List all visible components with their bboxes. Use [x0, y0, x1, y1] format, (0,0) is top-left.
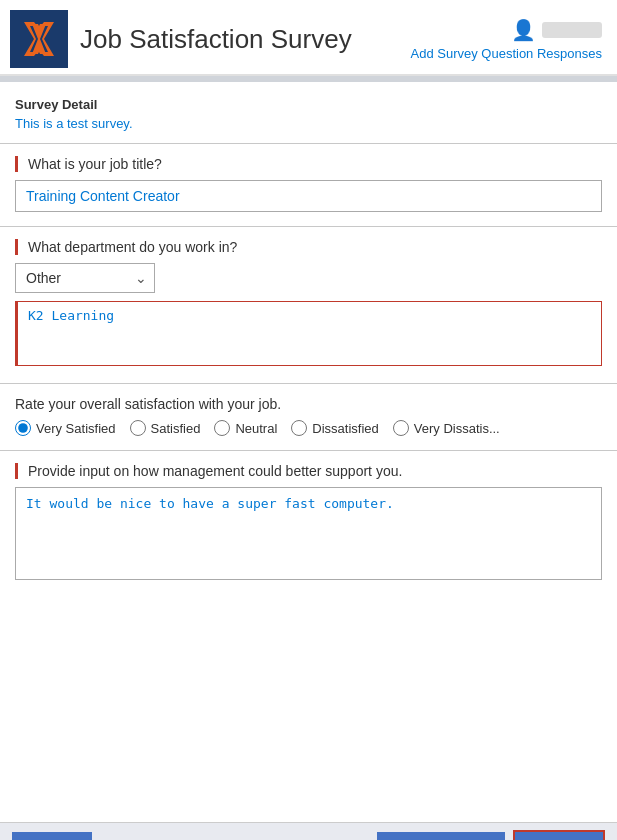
question-label-2: What department do you work in?: [15, 239, 602, 255]
management-textarea[interactable]: It would be nice to have a super fast co…: [15, 487, 602, 580]
radio-very-dissatisfied-input[interactable]: [393, 420, 409, 436]
radio-satisfied[interactable]: Satisfied: [130, 420, 201, 436]
radio-very-satisfied-label: Very Satisfied: [36, 421, 116, 436]
radio-very-satisfied-input[interactable]: [15, 420, 31, 436]
close-button[interactable]: Close: [12, 832, 92, 841]
user-area: 👤: [511, 18, 602, 42]
section-divider-4: [0, 450, 617, 451]
radio-dissatisfied[interactable]: Dissatisfied: [291, 420, 378, 436]
submit-button[interactable]: Submit: [513, 830, 605, 841]
department-select-wrapper: Other HR IT Finance Marketing ⌄: [15, 263, 155, 293]
department-select[interactable]: Other HR IT Finance Marketing: [15, 263, 155, 293]
department-textarea[interactable]: K2 Learning: [15, 301, 602, 366]
user-icon: 👤: [511, 18, 536, 42]
question-block-4: Provide input on how management could be…: [15, 463, 602, 583]
content-wrapper: Survey Detail This is a test survey. Wha…: [0, 82, 617, 840]
question-block-3: Rate your overall satisfaction with your…: [15, 396, 602, 436]
radio-very-dissatisfied-label: Very Dissatis...: [414, 421, 500, 436]
radio-neutral[interactable]: Neutral: [214, 420, 277, 436]
add-survey-link[interactable]: Add Survey Question Responses: [411, 46, 603, 61]
radio-dissatisfied-label: Dissatisfied: [312, 421, 378, 436]
question-label-3: Rate your overall satisfaction with your…: [15, 396, 602, 412]
save-draft-button[interactable]: Save as Draft: [377, 832, 506, 841]
question-block-1: What is your job title?: [15, 156, 602, 212]
radio-very-satisfied[interactable]: Very Satisfied: [15, 420, 116, 436]
header-left: Job Satisfaction Survey: [10, 10, 352, 68]
job-title-input[interactable]: [15, 180, 602, 212]
bottom-right-actions: Save as Draft Submit: [377, 830, 605, 841]
survey-detail-label: Survey Detail: [15, 97, 602, 112]
question-block-2: What department do you work in? Other HR…: [15, 239, 602, 369]
content-area: Survey Detail This is a test survey. Wha…: [0, 82, 617, 607]
section-divider-1: [0, 143, 617, 144]
radio-very-dissatisfied[interactable]: Very Dissatis...: [393, 420, 500, 436]
app-logo: [10, 10, 68, 68]
radio-neutral-input[interactable]: [214, 420, 230, 436]
survey-detail-text: This is a test survey.: [15, 116, 602, 131]
bottom-bar: Close Page: 1 of 1. Save as Draft Submit: [0, 822, 617, 840]
radio-dissatisfied-input[interactable]: [291, 420, 307, 436]
section-divider-3: [0, 383, 617, 384]
radio-satisfied-label: Satisfied: [151, 421, 201, 436]
user-name-badge: [542, 22, 602, 38]
satisfaction-radio-group: Very Satisfied Satisfied Neutral Dissati…: [15, 420, 602, 436]
page-title: Job Satisfaction Survey: [80, 24, 352, 55]
question-label-4: Provide input on how management could be…: [15, 463, 602, 479]
header: Job Satisfaction Survey 👤 Add Survey Que…: [0, 0, 617, 76]
radio-satisfied-input[interactable]: [130, 420, 146, 436]
header-right: 👤 Add Survey Question Responses: [411, 18, 603, 61]
section-divider-2: [0, 226, 617, 227]
radio-neutral-label: Neutral: [235, 421, 277, 436]
question-label-1: What is your job title?: [15, 156, 602, 172]
